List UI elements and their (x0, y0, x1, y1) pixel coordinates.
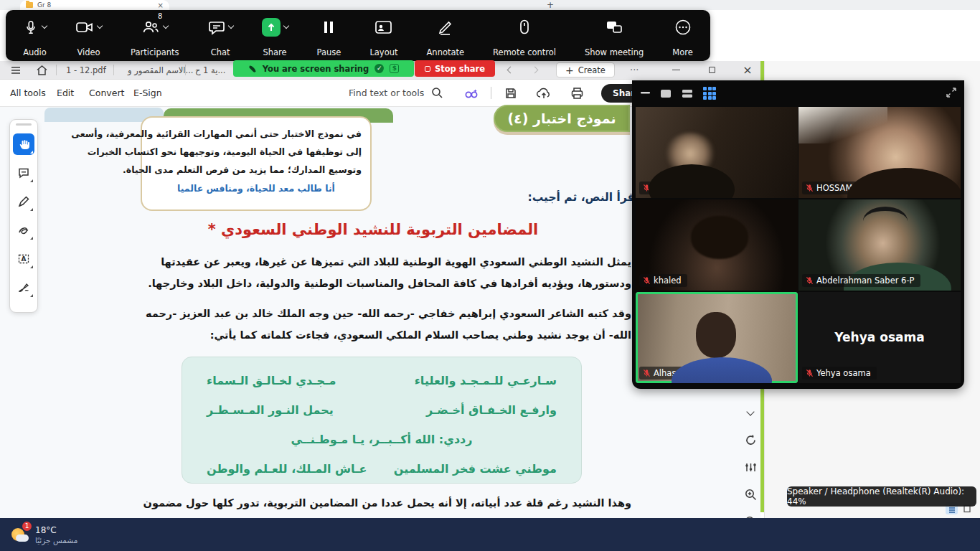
pause-icon (321, 19, 336, 35)
rotate-page-icon[interactable] (743, 432, 758, 448)
search-icon[interactable] (431, 87, 443, 99)
back-icon[interactable] (508, 61, 513, 79)
minimize-window-icon[interactable] (661, 61, 690, 79)
sharing-status-text: You are screen sharing (263, 64, 369, 74)
home-icon[interactable] (36, 61, 48, 79)
mic-icon (23, 19, 39, 36)
divider (56, 65, 57, 75)
participant-tile[interactable]: Anas Mahmoud (636, 107, 798, 198)
participant-nameplate: Anas Mahmoud (639, 182, 723, 194)
chat-options-chevron[interactable] (227, 23, 233, 29)
stop-icon (425, 66, 430, 72)
zoom-video-panel: Anas Mahmoud HOSSAM ELDIN ABDELAZIZ khal… (632, 80, 964, 389)
comment-tool-button[interactable] (13, 162, 34, 184)
speaker-view-icon[interactable] (660, 89, 672, 98)
divider (113, 65, 114, 75)
pause-share-button[interactable]: Pause (317, 15, 341, 57)
share-button[interactable]: Share (262, 15, 288, 57)
strip-view-icon[interactable] (682, 89, 693, 98)
show-meeting-button[interactable]: Show meeting (585, 15, 644, 57)
taskbar: 1 18°C مشمس جزئيًا Search (0, 518, 980, 551)
remote-control-icon (518, 19, 531, 36)
anthem-row: موطني عشت فخر المسلمينعـاش المـلك، للعـل… (207, 454, 557, 484)
participant-tile-video-off[interactable]: Yehya osama Yehya osama (798, 292, 961, 383)
muted-mic-icon (643, 369, 651, 377)
save-icon[interactable] (504, 87, 517, 100)
annotate-button[interactable]: Annotate (426, 15, 464, 57)
divider (185, 65, 186, 75)
palette-grab-handle[interactable] (16, 123, 32, 126)
draw-tool-button[interactable] (13, 220, 34, 241)
participant-tile[interactable]: khaled (636, 199, 798, 291)
zoom-in-icon[interactable] (743, 486, 758, 502)
audio-button[interactable]: Audio (23, 15, 47, 57)
maximize-window-icon[interactable] (697, 61, 726, 79)
document-tab-3[interactable]: ية 1 ح... (195, 61, 225, 79)
participants-options-chevron[interactable] (163, 23, 169, 29)
document-tab-2[interactable]: الاسم المقصور و... (128, 61, 194, 79)
share-options-chevron[interactable] (283, 23, 288, 29)
annotate-pencil-icon (437, 19, 453, 36)
menu-esign[interactable]: E-Sign (133, 80, 162, 106)
gallery-view-icon[interactable] (703, 87, 716, 100)
expand-panel-icon[interactable] (946, 87, 957, 98)
create-button[interactable]: + Create (556, 62, 615, 77)
stop-share-button[interactable]: Stop share (415, 60, 495, 77)
page-controls-icon[interactable] (743, 459, 758, 475)
new-tab-icon[interactable]: + (547, 0, 554, 10)
pdf-footer-line: وهذا النشيد رغم قلة عدد أبياته، إلا أنه … (93, 497, 631, 509)
print-icon[interactable] (570, 87, 584, 100)
ai-assistant-icon[interactable] (463, 87, 479, 100)
muted-mic-icon (806, 276, 814, 285)
participant-nameplate: HOSSAM ELDIN ABDELAZIZ (802, 182, 936, 194)
menu-all-tools[interactable]: All tools (10, 80, 46, 106)
weather-icon: 1 (9, 524, 30, 545)
chevron-down-icon[interactable] (743, 405, 758, 420)
intro-motto: أنا طالب معد للحياة، ومنافس عالميا (151, 183, 362, 194)
participant-tile[interactable]: HOSSAM ELDIN ABDELAZIZ (798, 107, 961, 198)
share-screen-icon (262, 18, 281, 37)
muted-mic-icon (643, 276, 651, 285)
folder-tab-icon (26, 2, 33, 8)
background-tab-title: Gr 8 (37, 1, 154, 9)
svg-text:A: A (22, 255, 27, 263)
add-text-tool-button[interactable]: A (13, 248, 34, 270)
video-options-chevron[interactable] (97, 23, 103, 29)
layout-button[interactable]: Layout (369, 15, 397, 57)
more-button[interactable]: More (672, 15, 693, 57)
show-meeting-icon (605, 19, 623, 35)
hamburger-menu-icon[interactable] (10, 61, 22, 79)
background-browser-strip: Gr 8 × + (0, 0, 980, 10)
find-text-label[interactable]: Find text or tools (349, 88, 424, 98)
more-options-icon[interactable]: ··· (630, 61, 639, 79)
minimize-panel-icon[interactable] (641, 92, 650, 95)
participant-nameplate: khaled (639, 274, 687, 287)
weather-widget[interactable]: 1 18°C مشمس جزئيًا (9, 522, 77, 545)
menu-edit[interactable]: Edit (57, 80, 74, 106)
read-prompt: أقرأ النص، ثم أجيب: (445, 191, 639, 204)
remote-control-button[interactable]: Remote control (493, 15, 556, 57)
muted-mic-icon (643, 184, 651, 192)
video-button[interactable]: Video (75, 15, 102, 57)
muted-mic-icon (806, 184, 814, 192)
highlight-tool-button[interactable] (13, 191, 34, 212)
close-window-icon[interactable]: × (733, 61, 762, 79)
menu-convert[interactable]: Convert (89, 80, 124, 106)
tab-close-icon[interactable]: × (158, 1, 164, 9)
upload-cloud-icon[interactable] (536, 87, 552, 100)
sign-tool-button[interactable] (13, 277, 34, 298)
participants-button[interactable]: 8 Participants (131, 15, 179, 57)
chat-button[interactable]: Chat (208, 15, 233, 57)
participant-tile-active-speaker[interactable]: Alhassan Ahmed (636, 292, 798, 383)
dollar-box-icon[interactable]: $ (390, 64, 399, 73)
forward-icon[interactable] (532, 61, 537, 79)
hand-tool-button[interactable] (13, 133, 34, 155)
anthem-row: وارفـع الخـفـاق أخـضـريحمل النـور المـسـ… (207, 395, 557, 425)
audio-options-chevron[interactable] (42, 23, 47, 29)
participant-tile[interactable]: Abdelrahman Saber 6-P (798, 199, 961, 291)
test-model-badge: نموذج اختبار (٤) (494, 105, 630, 132)
background-browser-tab[interactable]: Gr 8 × (20, 0, 169, 10)
document-tab-1[interactable]: 1 - 12.pdf (66, 61, 106, 79)
page-tools-column: ✕ (740, 377, 760, 529)
anthem-row: سـارعـي للـمـجـد والعلياءمـجـدي لخـالـق … (207, 366, 557, 395)
